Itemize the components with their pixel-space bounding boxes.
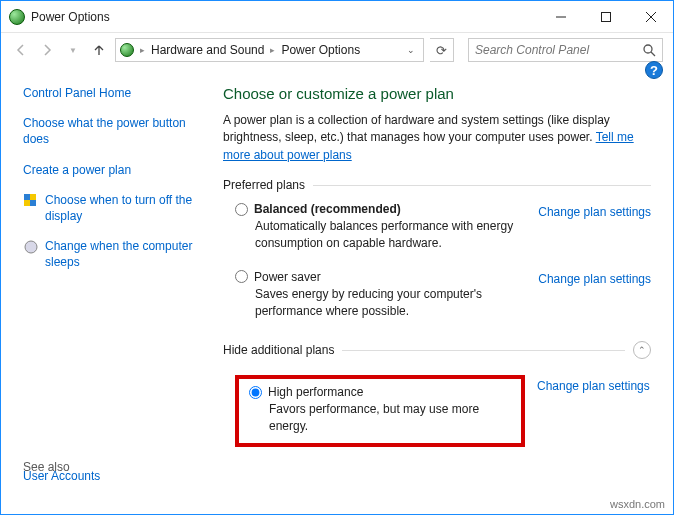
- saver-label: Power saver: [254, 270, 321, 284]
- window-title: Power Options: [31, 10, 110, 24]
- create-power-plan-link[interactable]: Create a power plan: [23, 162, 201, 178]
- nav-recent-dropdown[interactable]: ▼: [63, 40, 83, 60]
- computer-sleeps-link[interactable]: Change when the computer sleeps: [45, 238, 201, 270]
- saver-desc: Saves energy by reducing your computer's…: [235, 286, 528, 320]
- nav-forward-button[interactable]: [37, 40, 57, 60]
- nav-up-button[interactable]: [89, 40, 109, 60]
- svg-point-4: [644, 45, 652, 53]
- balanced-radio[interactable]: [235, 203, 248, 216]
- address-dropdown-icon[interactable]: ⌄: [403, 45, 419, 55]
- search-placeholder: Search Control Panel: [475, 43, 589, 57]
- help-icon[interactable]: ?: [645, 61, 663, 79]
- shield-icon: [23, 193, 39, 209]
- page-description: A power plan is a collection of hardware…: [223, 112, 651, 164]
- title-bar: Power Options: [1, 1, 673, 33]
- high-perf-change-link[interactable]: Change plan settings: [537, 379, 650, 393]
- svg-line-5: [651, 52, 655, 56]
- watermark: wsxdn.com: [610, 498, 665, 510]
- svg-rect-1: [601, 12, 610, 21]
- power-options-app-icon: [9, 9, 25, 25]
- svg-rect-7: [30, 194, 36, 200]
- svg-rect-6: [24, 194, 30, 200]
- crumb-sep-icon: ▸: [140, 45, 145, 55]
- high-performance-highlight: High performance Favors performance, but…: [235, 375, 525, 447]
- high-perf-radio[interactable]: [249, 386, 262, 399]
- maximize-button[interactable]: [583, 2, 628, 32]
- high-perf-desc: Favors performance, but may use more ene…: [249, 401, 515, 435]
- minimize-button[interactable]: [538, 2, 583, 32]
- balanced-label: Balanced (recommended): [254, 202, 401, 216]
- address-bar[interactable]: ▸ Hardware and Sound ▸ Power Options ⌄: [115, 38, 424, 62]
- choose-power-button-link[interactable]: Choose what the power button does: [23, 115, 201, 147]
- search-icon[interactable]: [642, 43, 656, 60]
- nav-bar: ▼ ▸ Hardware and Sound ▸ Power Options ⌄…: [1, 33, 673, 67]
- refresh-button[interactable]: ⟳: [430, 38, 454, 62]
- breadcrumb-level1[interactable]: Hardware and Sound: [151, 43, 264, 57]
- breadcrumb-level2[interactable]: Power Options: [281, 43, 360, 57]
- svg-point-10: [25, 241, 37, 253]
- close-button[interactable]: [628, 2, 673, 32]
- balanced-change-link[interactable]: Change plan settings: [538, 205, 651, 219]
- preferred-plans-header: Preferred plans: [223, 178, 651, 192]
- page-heading: Choose or customize a power plan: [223, 85, 651, 102]
- moon-icon: [23, 239, 39, 255]
- turn-off-display-link[interactable]: Choose when to turn off the display: [45, 192, 201, 224]
- crumb-sep-icon: ▸: [270, 45, 275, 55]
- balanced-desc: Automatically balances performance with …: [235, 218, 528, 252]
- chevron-up-icon[interactable]: ⌃: [633, 341, 651, 359]
- control-panel-home-link[interactable]: Control Panel Home: [23, 85, 201, 101]
- saver-radio[interactable]: [235, 270, 248, 283]
- search-input[interactable]: Search Control Panel: [468, 38, 663, 62]
- main-content: ? Choose or customize a power plan A pow…: [211, 67, 673, 514]
- address-app-icon: [120, 43, 134, 57]
- hide-additional-header[interactable]: Hide additional plans ⌃: [223, 341, 651, 359]
- nav-back-button[interactable]: [11, 40, 31, 60]
- sidebar: Control Panel Home Choose what the power…: [1, 67, 211, 514]
- svg-rect-9: [30, 200, 36, 206]
- saver-change-link[interactable]: Change plan settings: [538, 272, 651, 286]
- user-accounts-link[interactable]: User Accounts: [23, 468, 100, 484]
- high-perf-label: High performance: [268, 385, 363, 399]
- svg-rect-8: [24, 200, 30, 206]
